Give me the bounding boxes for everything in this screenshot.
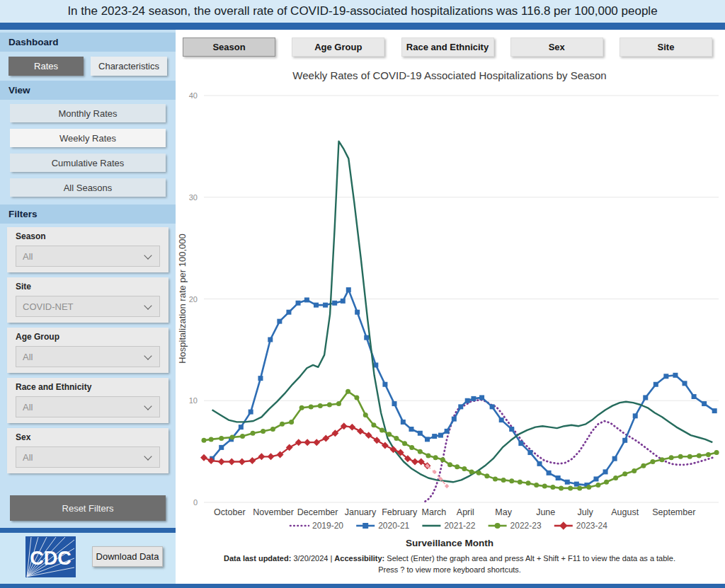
marker-square: [314, 303, 319, 308]
filter-cards: SeasonAllSiteCOVID-NETAge GroupAllRace a…: [7, 227, 169, 478]
dashboard-button-characteristics[interactable]: Characteristics: [91, 57, 167, 76]
marker-circle: [447, 462, 452, 467]
filter-site-dropdown[interactable]: COVID-NET: [16, 296, 160, 317]
marker-square: [239, 425, 244, 430]
marker-circle: [687, 454, 692, 459]
tab-season[interactable]: Season: [183, 38, 275, 57]
x-tick-label: January: [345, 507, 377, 517]
marker-circle: [650, 459, 655, 464]
footnote-line1: Data last updated: 3/20/2024 | Accessibi…: [224, 554, 675, 563]
marker-square: [364, 335, 369, 340]
marker-square: [355, 310, 360, 315]
marker-square: [537, 461, 542, 466]
legend-label[interactable]: 2019-20: [312, 521, 343, 531]
marker-square: [490, 404, 495, 409]
tab-age-group[interactable]: Age Group: [292, 38, 384, 57]
filter-label: Site: [16, 282, 160, 292]
marker-square: [277, 319, 282, 324]
marker-square: [574, 482, 579, 487]
marker-circle: [455, 464, 459, 469]
marker-diamond: [258, 453, 265, 460]
marker-square: [465, 398, 470, 403]
marker-diamond: [559, 521, 567, 529]
filter-age-group-dropdown[interactable]: All: [16, 346, 160, 367]
marker-circle: [493, 476, 498, 481]
filter-sex-dropdown[interactable]: All: [16, 446, 160, 468]
marker-square: [527, 450, 532, 455]
reset-filters-button[interactable]: Reset Filters: [10, 495, 166, 521]
x-tick-label: July: [578, 507, 594, 517]
weekly-rates-chart[interactable]: 010203040Weekly Rates of COVID-19 Associ…: [176, 58, 725, 584]
marker-square: [258, 376, 263, 381]
marker-circle: [371, 422, 376, 427]
x-tick-label: May: [495, 507, 512, 517]
marker-circle: [289, 420, 294, 425]
legend-label[interactable]: 2021-22: [444, 521, 475, 531]
series-2020-21: [212, 290, 715, 485]
sidebar: Dashboard RatesCharacteristics View Mont…: [0, 30, 176, 528]
marker-circle: [518, 480, 523, 485]
marker-circle: [418, 449, 423, 454]
marker-square: [479, 395, 484, 400]
chevron-down-icon: [144, 352, 152, 359]
marker-diamond: [304, 439, 311, 446]
chart-title: Weekly Rates of COVID-19 Associated Hosp…: [292, 69, 606, 81]
marker-circle: [394, 436, 399, 441]
marker-square: [432, 434, 437, 439]
characteristic-tabs: SeasonAge GroupRace and EthnicitySexSite: [183, 38, 712, 57]
sidebar-footer: CDC Download Data: [0, 533, 176, 584]
filter-label: Age Group: [16, 332, 160, 342]
tab-site[interactable]: Site: [620, 38, 712, 57]
legend-label[interactable]: 2020-21: [378, 521, 409, 531]
marker-diamond: [239, 459, 246, 466]
chevron-down-icon: [144, 452, 152, 460]
marker-circle: [577, 485, 582, 490]
dashboard-button-rates[interactable]: Rates: [8, 57, 84, 76]
filter-label: Sex: [16, 432, 160, 442]
marker-circle: [568, 485, 573, 490]
marker-square: [323, 303, 328, 308]
marker-circle: [509, 478, 514, 483]
view-button-weekly-rates[interactable]: Weekly Rates: [10, 129, 166, 147]
marker-square: [362, 523, 368, 529]
marker-circle: [299, 405, 304, 410]
bottom-border-bar: [0, 584, 725, 588]
legend-label[interactable]: 2023-24: [576, 521, 607, 531]
marker-square: [341, 299, 346, 304]
filter-season-dropdown[interactable]: All: [16, 246, 160, 267]
view-button-all-seasons[interactable]: All Seasons: [10, 178, 166, 197]
legend-label[interactable]: 2022-23: [510, 521, 542, 531]
marker-circle: [261, 429, 266, 434]
marker-circle: [595, 483, 600, 488]
marker-circle: [542, 484, 547, 489]
filter-site: SiteCOVID-NET: [7, 277, 169, 323]
marker-diamond: [268, 453, 275, 460]
sidebar-footer-divider: [0, 528, 176, 533]
marker-circle: [476, 471, 481, 475]
marker-circle: [251, 431, 256, 436]
marker-square: [249, 410, 253, 415]
marker-square: [392, 401, 396, 406]
view-button-monthly-rates[interactable]: Monthly Rates: [10, 104, 166, 122]
headline-text: In the 2023-24 season, the overall rate …: [67, 4, 657, 18]
marker-square: [268, 338, 273, 342]
tab-race-and-ethnicity[interactable]: Race and Ethnicity: [401, 38, 494, 57]
download-data-button[interactable]: Download Data: [92, 546, 163, 567]
x-axis-title: Surveillance Month: [406, 538, 493, 548]
marker-square: [593, 476, 598, 481]
marker-circle: [469, 469, 474, 474]
marker-circle: [714, 450, 719, 455]
cdc-logo-text: CDC: [30, 548, 72, 569]
marker-square: [603, 469, 608, 474]
marker-square: [219, 445, 224, 450]
marker-square: [382, 382, 387, 387]
x-tick-label: August: [611, 507, 639, 517]
filter-race-and-ethnicity-dropdown[interactable]: All: [16, 396, 160, 417]
marker-circle: [501, 478, 506, 483]
marker-square: [409, 427, 413, 432]
series-2019-20: [426, 400, 713, 502]
marker-circle: [363, 413, 368, 417]
tab-sex[interactable]: Sex: [510, 38, 603, 57]
view-button-cumulative-rates[interactable]: Cumulative Rates: [10, 154, 166, 172]
marker-circle: [327, 403, 332, 408]
